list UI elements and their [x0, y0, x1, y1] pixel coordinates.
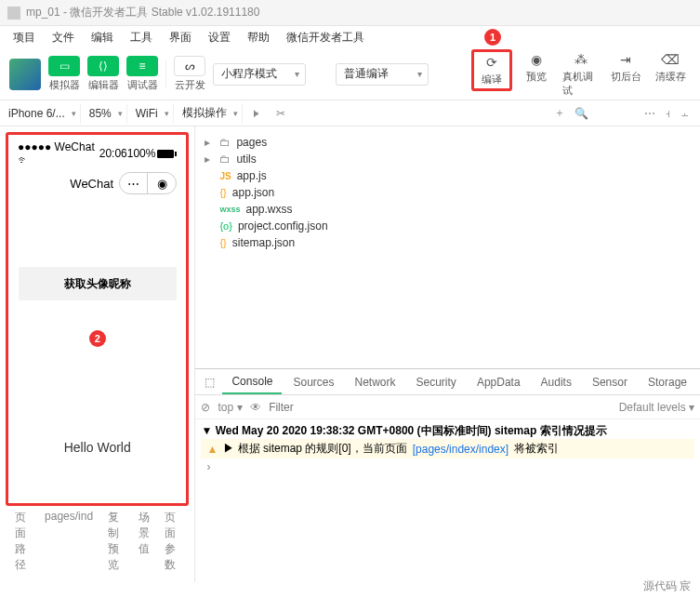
file-badge: {o} — [219, 220, 231, 232]
warn-icon: ▲ — [206, 443, 218, 456]
prompt-icon[interactable]: › — [201, 458, 694, 475]
file-badge: {} — [219, 237, 226, 248]
warn-line: ▲ ▶ 根据 sitemap 的规则[0]，当前页面 [pages/index/… — [201, 439, 694, 458]
cut-icon[interactable]: ✂ — [269, 107, 293, 120]
menu-文件[interactable]: 文件 — [45, 27, 82, 48]
清缓存-icon: ⌫ — [660, 51, 680, 68]
file-project.config.json[interactable]: {o}project.config.json — [205, 218, 691, 234]
预览-icon: ◉ — [526, 51, 547, 68]
tool-真机调试[interactable]: ⁂真机调试 — [561, 49, 601, 100]
device-dropdown[interactable]: iPhone 6/... — [0, 103, 81, 124]
debugger-button[interactable]: ≡ — [126, 56, 158, 76]
carrier-text: ●●●●● WeChatᯤ — [18, 140, 99, 166]
tool-切后台[interactable]: ⇥切后台 — [605, 49, 646, 86]
simulator-button[interactable]: ▭ — [48, 56, 80, 76]
cloud-button[interactable]: ᔕ — [174, 56, 205, 76]
file-app.js[interactable]: JSapp.js — [205, 167, 691, 184]
time-text: 20:06 — [99, 147, 127, 160]
dt-tab-audits[interactable]: Audits — [532, 369, 581, 394]
levels-dropdown[interactable]: Default levels ▾ — [619, 401, 694, 414]
layout-icon[interactable]: ⫞ — [665, 107, 670, 120]
file-app.wxss[interactable]: wxssapp.wxss — [205, 201, 691, 218]
真机调试-icon: ⁂ — [571, 51, 591, 68]
sim-title: WeChat — [70, 177, 113, 191]
编译-icon: ⟳ — [482, 54, 502, 71]
hello-text: Hello World — [8, 440, 186, 455]
network-dropdown[interactable]: WiFi — [127, 103, 174, 124]
get-avatar-button[interactable]: 获取头像昵称 — [19, 267, 177, 300]
app-icon — [7, 7, 20, 20]
filter-input[interactable] — [269, 401, 612, 414]
menu-项目[interactable]: 项目 — [6, 27, 43, 48]
badge-2: 2 — [89, 330, 106, 347]
title-text: mp_01 - 微信开发者工具 Stable v1.02.1911180 — [26, 5, 259, 20]
badge-1: 1 — [484, 29, 501, 46]
menu-工具[interactable]: 工具 — [123, 27, 160, 48]
eye-icon[interactable]: 👁 — [250, 401, 261, 414]
menu-界面[interactable]: 界面 — [162, 27, 199, 48]
capsule-menu-icon[interactable]: ⋯ — [120, 173, 148, 193]
zoom-dropdown[interactable]: 85% — [81, 103, 127, 124]
expand-icon[interactable]: ⫠ — [680, 107, 691, 120]
mode-dropdown[interactable]: 小程序模式 — [213, 63, 306, 86]
mute-icon[interactable]: 🕨 — [243, 107, 269, 120]
menu-编辑[interactable]: 编辑 — [84, 27, 121, 48]
user-avatar[interactable] — [9, 59, 41, 90]
capsule[interactable]: ⋯◉ — [119, 172, 177, 194]
simtab[interactable]: pages/ind — [39, 508, 99, 575]
context-dropdown[interactable]: top ▾ — [218, 401, 243, 414]
folder-utils[interactable]: ▸🗀utils — [205, 151, 691, 167]
editor-button[interactable]: ⟨⟩ — [87, 56, 119, 76]
file-badge: wxss — [219, 205, 240, 214]
battery-text: 100% — [127, 147, 178, 160]
dt-tab-appdata[interactable]: AppData — [468, 369, 530, 394]
mock-dropdown[interactable]: 模拟操作 — [174, 103, 243, 124]
search-icon[interactable]: 🔍 — [575, 107, 588, 120]
切后台-icon: ⇥ — [615, 51, 636, 68]
dt-tab-storage[interactable]: Storage — [639, 369, 696, 394]
inspect-icon[interactable]: ⬚ — [199, 369, 220, 394]
menu-设置[interactable]: 设置 — [201, 27, 238, 48]
menubar: 项目文件编辑工具界面设置帮助微信开发者工具 — [0, 26, 700, 48]
simtab[interactable]: 场景值 — [133, 508, 155, 575]
log-line: ▼ Wed May 20 2020 19:38:32 GMT+0800 (中国标… — [201, 423, 694, 439]
more-icon[interactable]: ⋯ — [644, 107, 655, 120]
dt-tab-console[interactable]: Console — [222, 369, 282, 394]
folder-pages[interactable]: ▸🗀pages — [205, 134, 691, 151]
tool-清缓存[interactable]: ⌫清缓存 — [650, 49, 691, 86]
file-tree: ▸🗀pages ▸🗀utils JSapp.js{}app.jsonwxssap… — [195, 126, 700, 368]
watermark: 源代码 宸 — [643, 578, 691, 594]
simtab[interactable]: 页面参数 — [159, 508, 185, 575]
file-app.json[interactable]: {}app.json — [205, 184, 691, 201]
menu-微信开发者工具[interactable]: 微信开发者工具 — [279, 27, 372, 48]
tool-编译[interactable]: ⟳编译 — [471, 49, 512, 91]
compile-dropdown[interactable]: 普通编译 — [336, 63, 429, 86]
toolbar: ▭模拟器 ⟨⟩编辑器 ≡调试器 ᔕ云开发 小程序模式 普通编译 1 ⟳编译◉预览… — [0, 48, 700, 100]
simtab[interactable]: 复制 预览 — [102, 508, 129, 575]
add-icon[interactable]: ＋ — [554, 105, 565, 121]
capsule-close-icon[interactable]: ◉ — [148, 173, 176, 193]
file-sitemap.json[interactable]: {}sitemap.json — [205, 234, 691, 251]
dt-tab-network[interactable]: Network — [346, 369, 405, 394]
simulator-subbar: iPhone 6/... 85% WiFi 模拟操作 🕨 ✂ ＋ 🔍 ⋯ ⫞ ⫠ — [0, 100, 700, 126]
clear-icon[interactable]: ⊘ — [201, 401, 210, 414]
file-badge: JS — [219, 171, 231, 181]
menu-帮助[interactable]: 帮助 — [240, 27, 277, 48]
dt-tab-security[interactable]: Security — [407, 369, 466, 394]
dt-tab-sources[interactable]: Sources — [284, 369, 343, 394]
sim-footer-tabs: 页面路径pages/ind复制 预览场景值页面参数 — [6, 506, 189, 577]
tool-预览[interactable]: ◉预览 — [516, 49, 557, 86]
devtools-panel: ⬚ ConsoleSourcesNetworkSecurityAppDataAu… — [195, 368, 700, 582]
simtab[interactable]: 页面路径 — [9, 508, 35, 575]
dt-tab-sensor[interactable]: Sensor — [583, 369, 637, 394]
file-badge: {} — [219, 187, 226, 198]
simulator-viewport: ●●●●● WeChatᯤ 20:06 100% WeChat ⋯◉ 获取头像昵… — [6, 132, 189, 506]
